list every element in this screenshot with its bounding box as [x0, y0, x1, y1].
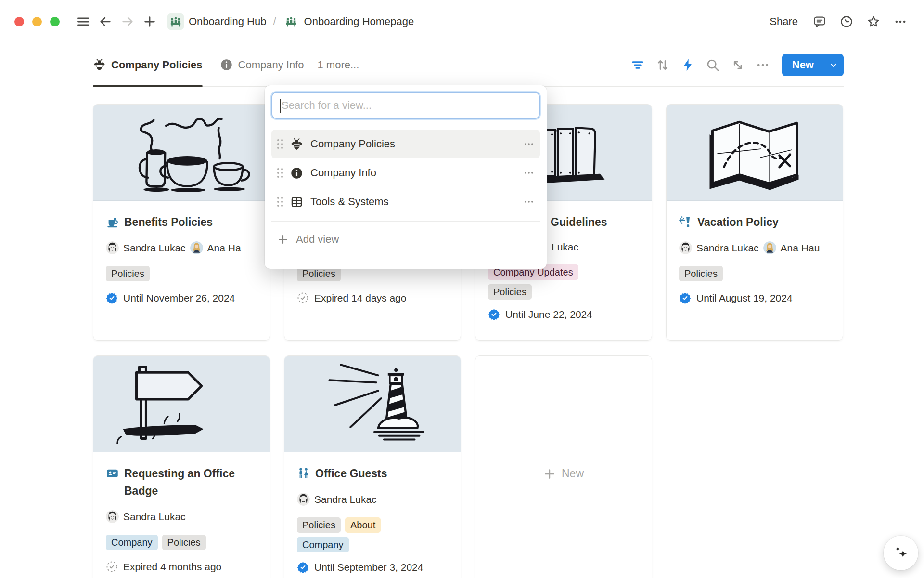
view-item-company-info[interactable]: Company Info [271, 158, 540, 187]
close-window-button[interactable] [14, 17, 24, 26]
expand-button[interactable] [727, 54, 748, 76]
sparkles-icon [891, 543, 911, 563]
avatar-ana [763, 241, 776, 254]
ai-assistant-button[interactable] [884, 536, 918, 570]
automations-button[interactable] [677, 54, 698, 76]
more-options-button[interactable] [889, 11, 911, 33]
verified-badge-icon [106, 292, 118, 304]
tag: Policies [162, 535, 206, 550]
text-cursor [280, 99, 281, 113]
new-card-placeholder[interactable]: New [475, 355, 652, 578]
tag: Company [297, 537, 349, 552]
forward-button[interactable] [116, 11, 139, 33]
sidebar-menu-button[interactable] [72, 11, 94, 33]
two-people-icon [297, 467, 310, 480]
card-status: Until November 26, 2024 [106, 292, 257, 304]
history-button[interactable] [835, 11, 858, 33]
card-people: Sandra Lukac [297, 493, 448, 506]
new-button-dropdown[interactable] [823, 54, 844, 76]
card-title-row: Vacation Policy [679, 213, 830, 231]
tab-label: Company Info [238, 59, 304, 71]
card-requesting-office-badge[interactable]: Requesting an Office Badge Sandra Lukac … [93, 355, 270, 578]
item-options-icon[interactable] [524, 168, 534, 178]
diagonal-expand-icon [731, 58, 745, 72]
verified-badge-icon [297, 561, 309, 573]
tag: About [345, 517, 381, 533]
drag-handle-icon[interactable] [277, 197, 283, 207]
card-tags: Policies [106, 266, 257, 281]
info-icon [290, 167, 303, 180]
card-cover-signpost-illustration [93, 356, 270, 452]
back-button[interactable] [94, 11, 116, 33]
card-tags: Policies [679, 266, 830, 281]
person-name: Ana Ha [207, 242, 241, 254]
comments-button[interactable] [808, 11, 831, 33]
card-cover-map-illustration [667, 105, 843, 201]
card-people: Sandra Lukac Ana Ha [106, 241, 257, 254]
ellipsis-icon [756, 58, 770, 72]
bee-icon [290, 138, 303, 151]
minimize-window-button[interactable] [32, 17, 42, 26]
card-cover-lighthouse-illustration [284, 356, 461, 452]
view-item-label: Company Policies [310, 138, 516, 150]
avatar-sandra [106, 241, 119, 254]
card-status: Until June 22, 2024 [488, 308, 639, 320]
favorite-button[interactable] [862, 11, 885, 33]
view-list: Company Policies Company Info Tools & Sy… [271, 130, 540, 252]
status-text: Until June 22, 2024 [505, 309, 592, 320]
share-button[interactable]: Share [764, 13, 804, 31]
drag-handle-icon[interactable] [277, 139, 283, 149]
card-vacation-policy[interactable]: Vacation Policy Sandra Lukac Ana Hau Pol… [666, 104, 843, 341]
card-title-row: Office Guests [297, 465, 448, 482]
person-name: Sandra Lukac [314, 494, 377, 505]
add-view-button[interactable]: Add view [271, 226, 540, 252]
status-text: Until November 26, 2024 [123, 292, 235, 304]
card-tags: Policies About [297, 517, 448, 533]
card-tags: Company [297, 537, 448, 552]
view-item-tools-systems[interactable]: Tools & Systems [271, 187, 540, 216]
view-search[interactable] [271, 92, 540, 119]
tag: Policies [106, 266, 150, 281]
filter-icon [630, 58, 645, 72]
card-office-guests[interactable]: Office Guests Sandra Lukac Policies Abou… [284, 355, 461, 578]
breadcrumb-onboarding-homepage[interactable]: Onboarding Homepage [280, 12, 417, 32]
person-name: Sandra Lukac [123, 511, 186, 523]
search-button[interactable] [702, 54, 723, 76]
card-title: Guidelines [551, 213, 607, 231]
verified-badge-icon [679, 292, 691, 304]
sort-button[interactable] [652, 54, 673, 76]
person-name: Sandra Lukac [123, 242, 186, 254]
tab-company-info[interactable]: Company Info [220, 43, 304, 86]
person-name: Ana Hau [781, 242, 820, 254]
breadcrumb-onboarding-hub[interactable]: Onboarding Hub [165, 12, 269, 32]
menu-divider [271, 221, 540, 222]
item-options-icon[interactable] [524, 139, 534, 149]
view-options-button[interactable] [752, 54, 773, 76]
zoom-window-button[interactable] [50, 17, 60, 26]
status-text: Until September 3, 2024 [314, 562, 423, 573]
filter-button[interactable] [627, 54, 648, 76]
person-name: Lukac [552, 241, 578, 253]
breadcrumb-label: Onboarding Hub [189, 15, 266, 28]
search-icon [706, 58, 720, 72]
item-options-icon[interactable] [524, 197, 534, 207]
more-views-button[interactable]: 1 more... [317, 59, 359, 71]
new-button[interactable]: New [782, 59, 823, 71]
new-page-button[interactable] [139, 11, 161, 33]
view-item-company-policies[interactable]: Company Policies [271, 130, 540, 158]
team-meeting-icon [167, 13, 184, 30]
card-benefits-policies[interactable]: Benefits Policies Sandra Lukac Ana Ha Po… [93, 104, 270, 341]
card-title: Vacation Policy [697, 213, 779, 231]
view-toolbar: New [627, 54, 844, 76]
drag-handle-icon[interactable] [277, 168, 283, 178]
arrow-right-icon [121, 15, 134, 28]
card-cover-mugs-illustration [93, 105, 270, 201]
tab-company-policies[interactable]: Company Policies [93, 43, 203, 86]
card-status: Until August 19, 2024 [679, 292, 830, 304]
status-text: Expired 14 days ago [314, 292, 406, 304]
bee-icon [93, 58, 106, 71]
plus-icon [277, 234, 289, 245]
view-search-input[interactable] [272, 93, 539, 118]
view-item-label: Company Info [310, 167, 516, 179]
info-icon [220, 58, 233, 71]
